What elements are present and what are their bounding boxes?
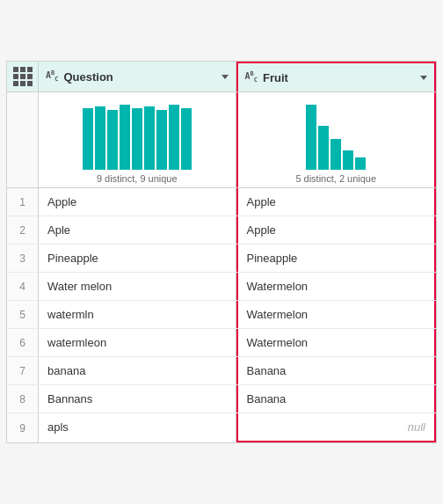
row-number: 7 xyxy=(7,357,39,384)
summary-row-num xyxy=(7,92,39,187)
question-cell: banana xyxy=(39,357,236,384)
fruit-cell: Pineapple xyxy=(236,245,437,272)
question-cell: Pineapple xyxy=(39,245,236,272)
row-number: 8 xyxy=(7,385,39,413)
bar xyxy=(156,110,167,170)
question-cell: Apple xyxy=(39,188,236,215)
row-number: 5 xyxy=(7,301,39,328)
fruit-cell: Watermelon xyxy=(236,273,437,300)
abc-icon-fruit: ABC xyxy=(245,70,258,84)
bar-chart-fruit xyxy=(245,99,428,170)
question-cell: watermleon xyxy=(39,329,236,356)
row-number: 4 xyxy=(7,273,39,300)
bar xyxy=(107,110,118,170)
question-cell: Bannans xyxy=(39,385,236,413)
col-label-question: Question xyxy=(63,70,215,84)
bar xyxy=(120,105,130,170)
fruit-cell: Apple xyxy=(236,188,437,215)
table-row: 8BannansBanana xyxy=(7,385,436,413)
question-cell: Water melon xyxy=(39,273,236,300)
bar xyxy=(132,108,142,170)
bar xyxy=(181,108,192,170)
fruit-cell: null xyxy=(236,413,437,442)
bar xyxy=(343,150,353,170)
bar xyxy=(95,106,105,170)
bar xyxy=(355,157,366,170)
table-row: 4Water melonWatermelon xyxy=(7,273,436,301)
summary-text-fruit: 5 distinct, 2 unique xyxy=(295,173,376,184)
col-label-fruit: Fruit xyxy=(263,71,415,84)
col-header-fruit[interactable]: ABC Fruit xyxy=(236,62,437,91)
data-table: ABC Question ABC Fruit 9 distinc xyxy=(6,61,437,443)
question-cell: watermln xyxy=(39,301,236,328)
abc-icon-question: ABC xyxy=(46,69,58,83)
table-row: 9aplsnull xyxy=(7,413,436,442)
row-number: 1 xyxy=(7,188,39,215)
table-header: ABC Question ABC Fruit xyxy=(7,62,436,92)
dropdown-arrow-question[interactable] xyxy=(222,75,229,79)
fruit-cell: Watermelon xyxy=(236,301,437,328)
bar xyxy=(330,139,341,170)
bar xyxy=(318,126,329,170)
fruit-cell: Apple xyxy=(236,216,437,244)
fruit-cell: Watermelon xyxy=(236,329,437,356)
summary-cell-question: 9 distinct, 9 unique xyxy=(39,92,236,187)
data-rows-container: 1AppleApple2ApleApple3PineapplePineapple… xyxy=(7,188,436,442)
table-row: 1AppleApple xyxy=(7,188,436,216)
bar xyxy=(144,106,155,170)
fruit-cell: Banana xyxy=(236,357,437,384)
table-row: 3PineapplePineapple xyxy=(7,245,436,273)
table-row: 2ApleApple xyxy=(7,216,436,245)
summary-row: 9 distinct, 9 unique 5 distinct, 2 uniqu… xyxy=(7,92,436,188)
col-header-question[interactable]: ABC Question xyxy=(39,62,236,91)
fruit-cell: Banana xyxy=(236,385,437,413)
grid-icon xyxy=(13,67,33,86)
question-cell: apls xyxy=(39,413,236,442)
table-row: 6watermleonWatermelon xyxy=(7,329,436,357)
row-number: 2 xyxy=(7,216,39,244)
bar xyxy=(83,108,93,170)
summary-text-question: 9 distinct, 9 unique xyxy=(97,173,178,184)
row-num-header xyxy=(7,62,39,91)
row-number: 9 xyxy=(7,413,39,442)
question-cell: Aple xyxy=(39,216,236,244)
row-number: 6 xyxy=(7,329,39,356)
bar-chart-question xyxy=(46,99,229,170)
bar xyxy=(306,105,316,170)
row-number: 3 xyxy=(7,245,39,272)
table-row: 5watermlnWatermelon xyxy=(7,301,436,329)
summary-cell-fruit: 5 distinct, 2 unique xyxy=(236,92,437,187)
table-row: 7bananaBanana xyxy=(7,357,436,385)
bar xyxy=(169,105,179,170)
dropdown-arrow-fruit[interactable] xyxy=(420,76,427,80)
